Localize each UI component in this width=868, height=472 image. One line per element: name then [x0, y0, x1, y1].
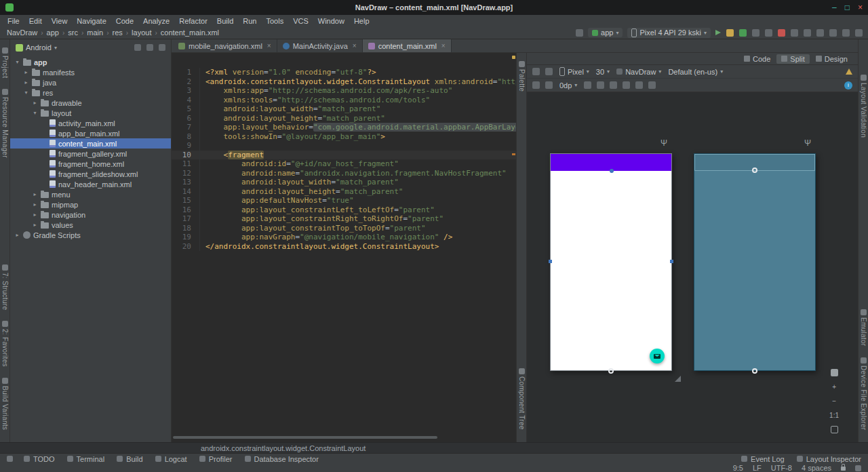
sync-project-icon[interactable] [804, 29, 811, 37]
guidelines-icon[interactable] [623, 81, 630, 89]
menu-analyze[interactable]: Analyze [138, 17, 174, 25]
magnet-icon[interactable] [584, 81, 591, 89]
tree-item-menu[interactable]: ▸menu [10, 189, 171, 199]
design-preview[interactable] [550, 153, 672, 371]
tree-item-mipmap[interactable]: ▸mipmap [10, 199, 171, 210]
menu-run[interactable]: Run [238, 17, 261, 25]
menu-help[interactable]: Help [349, 17, 374, 25]
breadcrumb-app[interactable]: app [45, 28, 60, 37]
status-terminal[interactable]: Terminal [67, 455, 105, 463]
menu-build[interactable]: Build [212, 17, 238, 25]
tree-item-fragment-slideshow-xml[interactable]: fragment_slideshow.xml [10, 169, 171, 179]
expand-arrow-icon[interactable]: ▸ [14, 232, 20, 238]
tree-item-res[interactable]: ▾res [10, 87, 171, 98]
breadcrumb-content-main-xml[interactable]: content_main.xml [159, 28, 220, 37]
settings-icon[interactable] [855, 29, 863, 37]
code-line[interactable]: 9 [172, 141, 516, 151]
lock-icon[interactable] [841, 467, 846, 471]
inspection-indicator-icon[interactable] [512, 56, 515, 59]
menu-refactor[interactable]: Refactor [174, 17, 212, 25]
menu-tools[interactable]: Tools [261, 17, 288, 25]
device-manager-icon[interactable] [791, 29, 798, 37]
attach-debugger-icon[interactable] [765, 29, 772, 37]
tree-item-fragment-home-xml[interactable]: fragment_home.xml [10, 159, 171, 169]
code-line[interactable]: 17 app:layout_constraintRight_toRightOf=… [172, 214, 516, 224]
constraint-handle-bottom[interactable] [608, 368, 614, 374]
status-build[interactable]: Build [117, 455, 142, 463]
tab-mainactivity-java[interactable]: MainActivity.java× [277, 39, 363, 52]
resize-handle-right[interactable] [670, 260, 673, 263]
layout-inspector-icon[interactable] [829, 29, 837, 37]
align-icon[interactable] [648, 81, 656, 89]
code-line[interactable]: 16 app:layout_constraintLeft_toLeftOf="p… [172, 205, 516, 215]
zoom-ratio-label[interactable]: 1:1 [829, 412, 839, 419]
scrollbar-thumb[interactable] [173, 436, 437, 439]
pan-icon[interactable] [831, 369, 838, 376]
preview-device-selector[interactable]: Pixel ▾ [559, 67, 589, 76]
constraint-handle-top[interactable] [752, 168, 757, 173]
design-surface-icon[interactable] [532, 68, 540, 75]
view-options-icon[interactable] [532, 81, 540, 89]
code-line[interactable]: 19 app:navGraph="@navigation/mobile_navi… [172, 233, 516, 242]
code-line[interactable]: 20</androidx.constraintlayout.widget.Con… [172, 242, 516, 252]
horizontal-scrollbar[interactable] [172, 435, 516, 440]
tree-item-app[interactable]: ▾app [10, 57, 171, 67]
sdk-manager-icon[interactable] [816, 29, 824, 37]
code-line[interactable]: 4 xmlns:tools="http://schemas.android.co… [172, 96, 516, 105]
editor-pane[interactable]: 1<?xml version="1.0" encoding="utf-8"?>2… [172, 53, 516, 442]
toolwindow-device-file-explorer[interactable]: Device File Explorer [860, 357, 867, 430]
code-line[interactable]: 6 android:layout_height="match_parent" [172, 114, 516, 123]
resize-handle-left[interactable] [549, 260, 552, 263]
toolwindow-project[interactable]: Project [1, 47, 9, 78]
close-tab-icon[interactable]: × [441, 42, 446, 50]
component-breadcrumb-label[interactable]: androidx.constraintlayout.widget.Constra… [201, 444, 366, 452]
close-button[interactable]: × [858, 3, 863, 12]
toolwindow-layout-validation[interactable]: Layout Validation [860, 75, 867, 138]
code-line[interactable]: 10 <fragment [172, 151, 516, 160]
infer-constraints-icon[interactable] [610, 81, 617, 89]
apply-changes-icon[interactable] [726, 29, 734, 37]
expand-arrow-icon[interactable]: ▸ [32, 222, 38, 228]
tree-item-navigation[interactable]: ▸navigation [10, 210, 171, 220]
info-icon[interactable]: i [844, 81, 852, 90]
menu-view[interactable]: View [47, 17, 73, 25]
run-icon[interactable] [715, 30, 721, 35]
menu-code[interactable]: Code [111, 17, 138, 25]
close-tab-icon[interactable]: × [353, 42, 357, 50]
code-line[interactable]: 13 android:layout_width="match_parent" [172, 178, 516, 187]
status-logcat[interactable]: Logcat [155, 455, 187, 463]
toolwindow-resource-manager[interactable]: Resource Manager [1, 89, 9, 158]
code-line[interactable]: 5 android:layout_width="match_parent" [172, 104, 516, 114]
toolwindow-component-tree[interactable]: Component Tree [518, 368, 526, 430]
toolwindow-2-favorites[interactable]: 2: Favorites [1, 321, 9, 367]
status-todo[interactable]: TODO [24, 455, 55, 463]
status-layout-inspector[interactable]: Layout Inspector [797, 455, 861, 463]
expand-arrow-icon[interactable]: ▾ [14, 59, 20, 65]
tree-item-app-bar-main-xml[interactable]: app_bar_main.xml [10, 128, 171, 138]
run-configuration-selector[interactable]: app ▾ [588, 28, 623, 37]
toolwindow-toggle-icon[interactable] [7, 456, 13, 462]
mode-code[interactable]: Code [739, 54, 775, 64]
expand-arrow-icon[interactable]: ▸ [23, 79, 29, 85]
status-caret-position[interactable]: 9:5 [733, 464, 743, 472]
code-line[interactable]: 1<?xml version="1.0" encoding="utf-8"?> [172, 68, 516, 77]
minimize-button[interactable]: – [832, 3, 837, 12]
component-breadcrumb[interactable]: androidx.constraintlayout.widget.Constra… [0, 442, 868, 453]
locale-selector[interactable]: Default (en-us) ▾ [668, 68, 723, 76]
expand-arrow-icon[interactable]: ▾ [23, 90, 29, 96]
warning-icon[interactable] [846, 68, 852, 75]
pack-icon[interactable] [635, 81, 643, 89]
design-canvas[interactable]: Ψ Ψ [527, 92, 858, 442]
breadcrumb-res[interactable]: res [111, 28, 123, 37]
breadcrumb-src[interactable]: src [66, 28, 79, 37]
close-tab-icon[interactable]: × [267, 42, 271, 50]
expand-arrow-icon[interactable]: ▸ [23, 69, 29, 75]
code-line[interactable]: 11 android:id="@+id/nav_host_fragment" [172, 159, 516, 169]
status-profiler[interactable]: Profiler [199, 455, 233, 463]
code-line[interactable]: 3 xmlns:app="http://schemas.android.com/… [172, 86, 516, 96]
code-line[interactable]: 8 tools:showIn="@layout/app_bar_main"> [172, 132, 516, 142]
tree-item-nav-header-main-xml[interactable]: nav_header_main.xml [10, 179, 171, 189]
search-everywhere-icon[interactable] [842, 29, 850, 37]
tree-item-content-main-xml[interactable]: content_main.xml [10, 138, 171, 149]
build-hammer-icon[interactable] [576, 29, 583, 37]
